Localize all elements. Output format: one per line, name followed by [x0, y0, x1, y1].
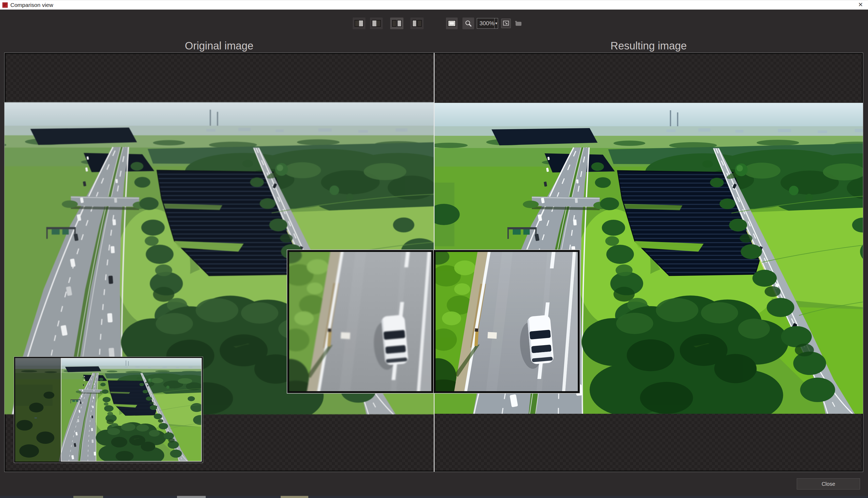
compare-area	[4, 53, 863, 472]
loupe-inset-original[interactable]	[287, 250, 433, 393]
side-by-side-view-button[interactable]	[390, 17, 404, 29]
resulting-image-label: Resulting image	[434, 39, 863, 52]
split-right-icon	[355, 20, 364, 27]
loupe-icon	[465, 20, 472, 27]
split-view-right-half-button[interactable]	[353, 17, 366, 29]
navigator-image-area[interactable]	[15, 358, 202, 462]
window-bottom-edge	[0, 496, 868, 498]
split-left-icon	[372, 20, 381, 27]
loupe-toggle-button[interactable]	[462, 17, 474, 29]
original-image-label: Original image	[4, 39, 434, 52]
navigator-dim-overlay	[15, 358, 61, 462]
loupe-inset-pair[interactable]	[287, 250, 580, 394]
loupe-inset-result[interactable]	[434, 250, 580, 393]
side-by-side-swapped-icon	[412, 20, 422, 27]
pan-view-icon	[514, 21, 522, 26]
split-view-left-half-button[interactable]	[370, 17, 383, 29]
zoom-dropdown-icon[interactable]: ▼	[494, 18, 498, 28]
navigator-toggle-button[interactable]	[446, 17, 458, 29]
zoom-level-value: 300%	[477, 18, 494, 28]
side-by-side-swapped-view-button[interactable]	[410, 17, 424, 29]
pan-view-button[interactable]	[513, 19, 524, 28]
fit-to-view-button[interactable]	[501, 18, 511, 28]
window-title: Comparison view	[10, 2, 53, 8]
navigator-frame-icon	[448, 20, 456, 27]
zoom-level-select[interactable]: 300% ▼	[477, 18, 498, 29]
titlebar-close-icon[interactable]: ✕	[855, 1, 866, 9]
side-by-side-icon	[392, 20, 402, 27]
close-button[interactable]: Close	[797, 479, 860, 489]
fit-to-view-icon	[503, 21, 509, 26]
navigator-viewport-rect[interactable]	[61, 358, 202, 462]
navigator-thumbnail[interactable]	[14, 357, 203, 463]
app-icon	[2, 2, 8, 8]
loupe-result-image	[436, 252, 578, 391]
titlebar[interactable]: Comparison view ✕	[0, 0, 868, 10]
comparison-view-window: Comparison view ✕ 300% ▼	[0, 0, 868, 498]
loupe-original-image	[288, 251, 433, 393]
